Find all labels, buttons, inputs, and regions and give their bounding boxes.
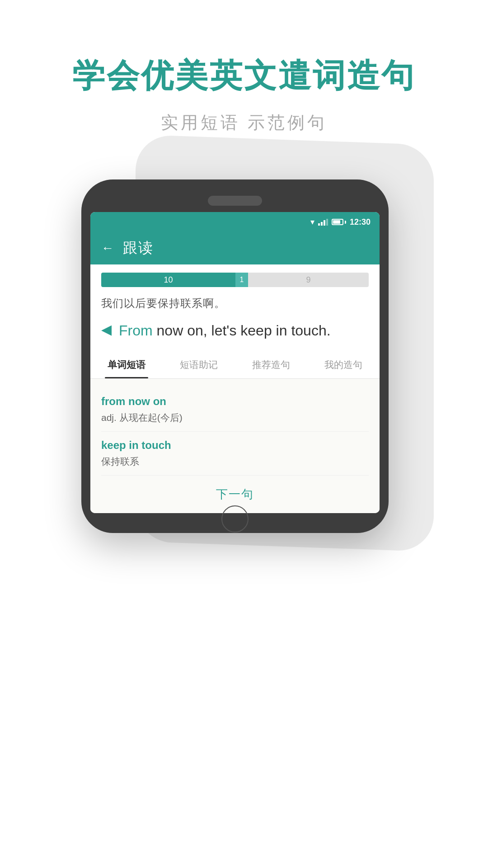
next-button[interactable]: 下一句 [216,486,254,502]
phone-bezel-bottom [90,513,380,524]
main-title: 学会优美英文遣词造句 [72,54,416,98]
phone-speaker [208,196,262,206]
top-section: 学会优美英文遣词造句 实用短语 示范例句 [0,0,488,161]
tab-mnemonic[interactable]: 短语助记 [163,351,235,378]
vocab-item-1: from now on adj. 从现在起(今后) [101,388,369,432]
tab-phrases[interactable]: 单词短语 [90,351,163,378]
vocab-term-1: from now on [101,395,369,408]
battery-icon [332,219,346,225]
progress-bar: 10 1 9 [101,273,369,287]
vocab-section: from now on adj. 从现在起(今后) keep in touch … [90,379,380,476]
back-button[interactable]: ← [101,241,114,255]
chinese-sentence: 我们以后要保持联系啊。 [90,287,380,315]
vocab-term-2: keep in touch [101,439,369,452]
app-bar-title: 跟读 [123,238,154,258]
progress-section: 10 1 9 [90,264,380,287]
english-highlight: From [119,322,153,339]
progress-filled: 10 [101,273,235,287]
tab-mine[interactable]: 我的造句 [307,351,380,378]
page-wrapper: 学会优美英文遣词造句 实用短语 示范例句 ▾ [0,0,488,868]
vocab-definition-2: 保持联系 [101,455,369,468]
vocab-item-2: keep in touch 保持联系 [101,432,369,476]
progress-empty: 9 [248,273,369,287]
tab-examples[interactable]: 推荐造句 [235,351,307,378]
tabs-section: 单词短语 短语助记 推荐造句 我的造句 [90,351,380,379]
phone-area: ▾ [81,179,407,533]
status-bar: ▾ [90,212,380,232]
status-icons: ▾ [310,217,371,227]
status-time: 12:30 [350,217,371,227]
phone-bezel-top [90,189,380,212]
app-bar: ← 跟读 [90,232,380,264]
phone-mockup: ▾ [81,179,389,533]
english-sentence: ◀ From now on, let's keep in touch. [90,315,380,349]
signal-icon [318,218,328,226]
home-button[interactable] [221,505,249,533]
speaker-icon[interactable]: ◀ [101,321,112,337]
vocab-definition-1: adj. 从现在起(今后) [101,411,369,424]
progress-current: 1 [235,273,248,287]
english-text: From now on, let's keep in touch. [119,320,369,341]
subtitle: 实用短语 示范例句 [161,111,328,134]
wifi-icon: ▾ [310,217,314,227]
phone-screen: ▾ [90,212,380,513]
